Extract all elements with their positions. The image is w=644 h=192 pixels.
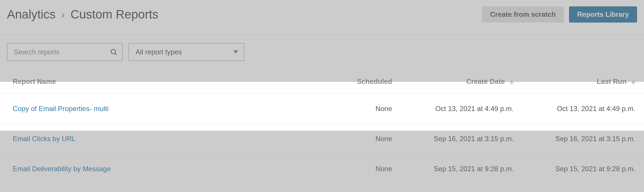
- svg-marker-2: [233, 50, 238, 54]
- svg-point-0: [111, 49, 116, 54]
- breadcrumb-root[interactable]: Analytics: [7, 8, 56, 21]
- search-input[interactable]: [7, 43, 123, 61]
- cell-last-run: Sep 15, 2021 at 9:28 p.m.: [514, 165, 635, 173]
- cell-created: Sep 16, 2021 at 3:15 p.m.: [392, 135, 514, 143]
- svg-line-1: [115, 53, 117, 55]
- page-header: Analytics › Custom Reports Create from s…: [0, 0, 644, 34]
- column-header-created[interactable]: Create Date ◆: [392, 77, 514, 86]
- cell-last-run: Oct 13, 2021 at 4:49 p.m.: [514, 105, 635, 113]
- reports-library-button[interactable]: Reports Library: [569, 6, 637, 23]
- header-actions: Create from scratch Reports Library: [482, 6, 637, 23]
- column-header-last-run[interactable]: Last Run ◆: [514, 77, 635, 86]
- filters-row: All report types: [0, 34, 644, 70]
- table-body: Copy of Email Properties- multiNoneOct 1…: [0, 93, 644, 184]
- reports-table: Report Name Scheduled Create Date ◆ Last…: [0, 70, 644, 184]
- report-link[interactable]: Copy of Email Properties- multi: [13, 105, 109, 112]
- cell-report-name: Copy of Email Properties- multi: [13, 105, 311, 113]
- cell-scheduled: None: [311, 135, 392, 143]
- report-link[interactable]: Email Clicks by URL: [13, 135, 76, 143]
- column-header-name[interactable]: Report Name: [13, 77, 311, 86]
- create-from-scratch-button[interactable]: Create from scratch: [482, 6, 564, 23]
- breadcrumb: Analytics › Custom Reports: [7, 8, 158, 21]
- table-row: Copy of Email Properties- multiNoneOct 1…: [0, 93, 644, 123]
- column-header-last-run-label: Last Run: [597, 77, 627, 85]
- table-row: Email Clicks by URLNoneSep 16, 2021 at 3…: [0, 123, 644, 154]
- cell-created: Oct 13, 2021 at 4:49 p.m.: [392, 105, 514, 113]
- column-header-scheduled[interactable]: Scheduled: [311, 77, 392, 86]
- report-type-selected: All report types: [136, 48, 182, 56]
- cell-scheduled: None: [311, 165, 392, 173]
- table-row: Email Deliverability by MessageNoneSep 1…: [0, 154, 644, 184]
- sort-indicator-icon: ◆: [510, 79, 514, 85]
- search-input-wrap: [7, 43, 123, 61]
- sort-indicator-icon: ◆: [631, 79, 635, 85]
- chevron-right-icon: ›: [61, 9, 65, 20]
- cell-scheduled: None: [311, 105, 392, 113]
- breadcrumb-current: Custom Reports: [70, 8, 158, 21]
- report-type-select[interactable]: All report types: [129, 43, 244, 61]
- cell-report-name: Email Clicks by URL: [13, 135, 311, 143]
- table-header: Report Name Scheduled Create Date ◆ Last…: [0, 70, 644, 93]
- cell-last-run: Sep 16, 2021 at 3:15 p.m.: [514, 135, 635, 143]
- search-icon: [110, 48, 118, 56]
- report-link[interactable]: Email Deliverability by Message: [13, 165, 111, 173]
- cell-created: Sep 15, 2021 at 9:28 p.m.: [392, 165, 514, 173]
- cell-report-name: Email Deliverability by Message: [13, 165, 311, 173]
- caret-down-icon: [233, 50, 238, 54]
- column-header-created-label: Create Date: [466, 77, 505, 85]
